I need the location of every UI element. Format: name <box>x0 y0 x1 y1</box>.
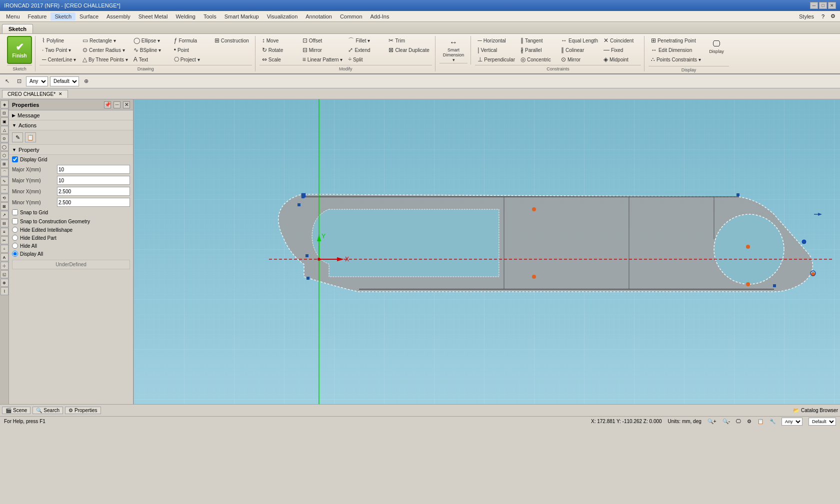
close-button[interactable]: ✕ <box>828 2 836 9</box>
creo-tab-close[interactable]: ✕ <box>58 91 62 96</box>
side-icon-3[interactable]: ▣ <box>0 117 8 125</box>
menu-item-styles[interactable]: Styles <box>795 12 818 20</box>
mirror-constraint-button[interactable]: ⊙ Mirror <box>558 55 600 64</box>
scene-tab[interactable]: 🎬 Scene <box>2 407 30 414</box>
side-icon-10[interactable]: ∿ <box>0 177 8 185</box>
side-icon-20[interactable]: ⊹ <box>0 262 8 270</box>
offset-button[interactable]: ⊡ Offset <box>300 36 346 45</box>
horizontal-button[interactable]: ─ Horizontal <box>475 36 518 45</box>
side-icon-4[interactable]: △ <box>0 126 8 134</box>
maximize-button[interactable]: □ <box>819 2 827 9</box>
construction-button[interactable]: ⊞ Construction <box>212 36 252 45</box>
polyline-button[interactable]: ⌇ Polyline <box>40 36 80 45</box>
display-all-radio[interactable] <box>12 251 18 257</box>
concentric-button[interactable]: ◎ Concentric <box>518 55 558 64</box>
side-icon-6[interactable]: ◯ <box>0 143 8 151</box>
linearpattern-button[interactable]: ≡ Linear Pattern ▾ <box>300 55 346 64</box>
side-icon-7[interactable]: ⬡ <box>0 151 8 159</box>
display-grid-checkbox[interactable] <box>12 156 18 162</box>
bspline-button[interactable]: ∿ BSpline ▾ <box>131 45 171 54</box>
side-icon-12[interactable]: ⟲ <box>0 194 8 202</box>
search-tab[interactable]: 🔍 Search <box>32 407 63 414</box>
zoom-in-button[interactable]: 🔍+ <box>708 419 716 424</box>
title-bar-buttons[interactable]: ─ □ ✕ <box>810 2 836 9</box>
move-button[interactable]: ↕ Move <box>260 36 300 45</box>
settings-button[interactable]: ⚙ <box>828 13 838 19</box>
midpoint-button[interactable]: ◈ Midpoint <box>601 55 641 64</box>
menu-item-tools[interactable]: Tools <box>200 12 220 20</box>
zoom-out-button[interactable]: 🔍- <box>722 419 730 424</box>
status-select-1[interactable]: Any <box>782 418 802 426</box>
side-icon-16[interactable]: ≡ <box>0 228 8 236</box>
properties-tab[interactable]: ⚙ Properties <box>65 407 101 414</box>
side-icon-21[interactable]: ◱ <box>0 270 8 278</box>
minor-x-input[interactable] <box>57 187 130 196</box>
snap-to-grid-checkbox[interactable] <box>12 209 18 215</box>
penetratingpoint-button[interactable]: ⊞ Penetrating Point <box>648 36 704 45</box>
text-button[interactable]: A Text <box>131 55 171 64</box>
menu-item-sheetmetal[interactable]: Sheet Metal <box>134 12 172 20</box>
selection-type-select[interactable]: Any <box>26 76 48 86</box>
filter-select[interactable]: Default <box>50 76 79 86</box>
major-y-input[interactable] <box>57 176 130 185</box>
finish-button[interactable]: ✔ Finish <box>7 36 32 64</box>
status-icon-2[interactable]: 📋 <box>758 419 764 424</box>
point-button[interactable]: • Point <box>172 45 212 54</box>
status-icon-1[interactable]: ⚙ <box>747 419 752 424</box>
view-options-button[interactable]: 🖵 <box>736 419 741 424</box>
help-button[interactable]: ? <box>818 13 828 19</box>
pointsconstraints-button[interactable]: ∴ Points Constraints ▾ <box>648 55 704 64</box>
select-arrow-button[interactable]: ↖ <box>2 76 12 86</box>
mirror-button[interactable]: ⊟ Mirror <box>300 45 346 54</box>
catalog-browser-bar[interactable]: 📂 Catalog Browser <box>793 408 838 413</box>
extend-button[interactable]: ⤢ Extend <box>346 45 386 54</box>
major-x-input[interactable] <box>57 165 130 174</box>
smartdimension-button[interactable]: ↔ SmartDimension ▾ <box>440 36 468 62</box>
status-select-2[interactable]: Default <box>808 418 836 426</box>
property-section-header[interactable]: ▼ Property <box>9 145 133 155</box>
more-options-button[interactable]: ⊕ <box>81 76 91 86</box>
panel-close-button[interactable]: ✕ <box>123 101 130 108</box>
copy-action-button[interactable]: 📋 <box>25 132 36 142</box>
equallength-button[interactable]: ↔ Equal Length <box>558 36 600 45</box>
creo-challenge-tab[interactable]: CREO CHALLENGE* ✕ <box>2 90 68 98</box>
menu-item-annotation[interactable]: Annotation <box>302 12 336 20</box>
menu-item-common[interactable]: Common <box>336 12 366 20</box>
menu-item-assembly[interactable]: Assembly <box>102 12 134 20</box>
side-icon-11[interactable]: → <box>0 185 8 193</box>
coincident-button[interactable]: ✕ Coincident <box>601 36 641 45</box>
actions-section-header[interactable]: ▼ Actions <box>9 120 133 130</box>
clearduplicate-button[interactable]: ⊠ Clear Duplicate <box>386 45 432 54</box>
project-button[interactable]: ⎔ Project ▾ <box>172 55 212 64</box>
menu-item-sketch[interactable]: Sketch <box>50 12 76 20</box>
side-icon-13[interactable]: ⊠ <box>0 202 8 210</box>
side-icon-5[interactable]: ⊙ <box>0 134 8 142</box>
centerradius-button[interactable]: ⊙ Center Radius ▾ <box>80 45 130 54</box>
display-button[interactable]: 🖵 Display <box>704 37 729 63</box>
hide-intellishape-radio[interactable] <box>12 227 18 233</box>
perpendicular-button[interactable]: ⊥ Perpendicular <box>475 55 518 64</box>
side-icon-15[interactable]: ⊟ <box>0 219 8 227</box>
side-icon-8[interactable]: ⊞ <box>0 160 8 168</box>
side-icon-18[interactable]: ÷ <box>0 245 8 253</box>
message-section-header[interactable]: ▶ Message <box>9 110 133 120</box>
panel-pin-button[interactable]: 📌 <box>104 101 111 108</box>
side-icon-23[interactable]: ⌇ <box>0 287 8 295</box>
split-button[interactable]: ÷ Split <box>346 55 386 64</box>
ellipse-button[interactable]: ◯ Ellipse ▾ <box>131 36 171 45</box>
edit-action-button[interactable]: ✎ <box>12 132 23 142</box>
side-icon-19[interactable]: A <box>0 253 8 261</box>
parallel-button[interactable]: ∦ Parallel <box>518 45 558 54</box>
snap-construction-checkbox[interactable] <box>12 218 18 224</box>
menu-item-addins[interactable]: Add-Ins <box>366 12 394 20</box>
select-tool-button[interactable]: ⊡ <box>14 76 24 86</box>
status-icon-3[interactable]: 🔧 <box>770 419 776 424</box>
vertical-button[interactable]: | Vertical <box>475 45 518 54</box>
menu-item-smartmarkup[interactable]: Smart Markup <box>220 12 263 20</box>
hide-all-radio[interactable] <box>12 243 18 249</box>
twopoint-button[interactable]: · Two Point ▾ <box>40 45 80 54</box>
canvas-area[interactable]: Y X Z X Y <box>134 99 840 404</box>
hide-editedpart-radio[interactable] <box>12 235 18 241</box>
fixed-button[interactable]: — Fixed <box>601 45 641 54</box>
minor-y-input[interactable] <box>57 198 130 207</box>
